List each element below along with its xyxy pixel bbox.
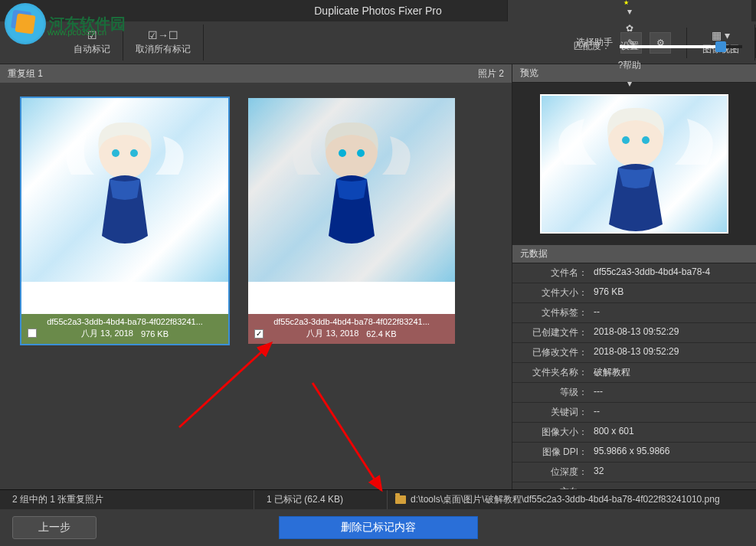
svg-point-5: [357, 149, 365, 157]
metadata-row: 图像 DPI：95.9866 x 95.9866: [512, 443, 756, 463]
dropdown-icon[interactable]: ▾: [627, 6, 632, 17]
unmark-all-button[interactable]: ☑→☐ 取消所有标记: [123, 25, 204, 60]
metadata-label: 元数据: [520, 247, 548, 260]
photo-checkbox[interactable]: [28, 329, 37, 338]
match-slider[interactable]: [620, 45, 742, 48]
delete-marked-button[interactable]: 删除已标记内容: [279, 516, 478, 539]
metadata-key: 图像 DPI：: [520, 446, 594, 459]
metadata-value: 2018-08-13 09:52:29: [594, 326, 748, 339]
group-count: 照片 2: [478, 67, 504, 80]
metadata-header: 元数据: [512, 245, 756, 263]
preview-box: [512, 83, 756, 245]
photo-filename: df55c2a3-3ddb-4bd4-ba78-4f022f83241...: [26, 317, 224, 326]
metadata-value: 976 KB: [594, 286, 748, 299]
svg-point-7: [622, 136, 630, 144]
metadata-value: 32: [594, 466, 748, 479]
svg-point-8: [642, 136, 650, 144]
metadata-key: 文件标签：: [520, 306, 594, 319]
preview-label: 预览: [520, 67, 538, 80]
anime-figure: [283, 113, 421, 266]
metadata-key: 文件夹名称：: [520, 366, 594, 379]
watermark-text: 河东软件园: [49, 14, 126, 34]
metadata-row: 文件标签：--: [512, 303, 756, 323]
metadata-key: 图像大小：: [520, 426, 594, 439]
metadata-key: 文件名：: [520, 266, 594, 280]
group-title: 重复组 1: [8, 67, 43, 80]
metadata-value: df55c2a3-3ddb-4bd4-ba78-4: [594, 266, 748, 280]
slider-thumb[interactable]: [715, 41, 726, 52]
metadata-row: 已创建文件：2018-08-13 09:52:29: [512, 323, 756, 343]
status-group-summary: 2 组中的 1 张重复照片: [12, 493, 103, 506]
photo-filename: df55c2a3-3ddb-4bd4-ba78-4f022f83241...: [253, 317, 450, 326]
anime-figure: [56, 113, 194, 266]
metadata-value: 95.9866 x 95.9866: [594, 446, 748, 459]
photo-date: 八月 13, 2018: [81, 328, 133, 339]
gear-icon[interactable]: ✿: [626, 23, 633, 34]
metadata-value: --: [594, 306, 748, 319]
group-header: 重复组 1 照片 2: [0, 64, 512, 83]
status-path: d:\tools\桌面\图片\破解教程\df55c2a3-3ddb-4bd4-b…: [411, 493, 720, 506]
svg-point-4: [339, 149, 346, 157]
status-marked-summary: 1 已标记 (62.4 KB): [267, 493, 343, 506]
photo-size: 976 KB: [141, 329, 169, 338]
metadata-key: 已创建文件：: [520, 326, 594, 339]
metadata-key: 已修改文件：: [520, 346, 594, 359]
auto-mark-label: 自动标记: [74, 43, 110, 56]
metadata-value: 2018-08-13 09:52:29: [594, 346, 748, 359]
unmark-all-label: 取消所有标记: [136, 43, 191, 56]
match-level-label: 匹配度：: [574, 40, 610, 53]
metadata-value: --: [594, 406, 748, 419]
metadata-row: 文件大小：976 KB: [512, 283, 756, 303]
photo-checkbox[interactable]: [254, 329, 263, 338]
metadata-row: 方向：--: [512, 482, 756, 489]
metadata-key: 位深度：: [520, 466, 594, 479]
metadata-key: 关键词：: [520, 406, 594, 419]
metadata-row: 等级：---: [512, 383, 756, 403]
metadata-key: 等级：: [520, 386, 594, 399]
metadata-key: 文件大小：: [520, 286, 594, 299]
photo-size: 62.4 KB: [366, 329, 396, 338]
logo-icon: [5, 3, 46, 44]
metadata-row: 关键词：--: [512, 403, 756, 423]
metadata-row: 已修改文件：2018-08-13 09:52:29: [512, 343, 756, 363]
preview-image: [540, 94, 728, 234]
metadata-row: 文件夹名称：破解教程: [512, 363, 756, 383]
metadata-value: 800 x 601: [594, 426, 748, 439]
photo-date: 八月 13, 2018: [306, 328, 358, 339]
metadata-value: ---: [594, 386, 748, 399]
photo-card[interactable]: df55c2a3-3ddb-4bd4-ba78-4f022f83241... 八…: [248, 98, 455, 344]
photo-thumbnail[interactable]: [248, 98, 455, 282]
help-link[interactable]: ?帮助: [618, 59, 642, 72]
photo-thumbnail[interactable]: [21, 98, 228, 282]
photo-card[interactable]: df55c2a3-3ddb-4bd4-ba78-4f022f83241... 八…: [21, 98, 228, 344]
help-dropdown-icon[interactable]: ▾: [627, 78, 632, 89]
svg-point-2: [130, 149, 138, 157]
checkbox-arrow-icon: ☑→☐: [148, 29, 178, 41]
metadata-value: --: [594, 486, 748, 489]
delete-button-label: 删除已标记内容: [341, 521, 416, 535]
metadata-list: 文件名：df55c2a3-3ddb-4bd4-ba78-4文件大小：976 KB…: [512, 263, 756, 489]
svg-point-1: [112, 149, 119, 157]
metadata-row: 文件名：df55c2a3-3ddb-4bd4-ba78-4: [512, 263, 756, 283]
watermark-logo: 河东软件园: [5, 3, 126, 44]
metadata-row: 位深度：32: [512, 463, 756, 482]
prev-button[interactable]: 上一步: [12, 516, 97, 539]
photo-grid: df55c2a3-3ddb-4bd4-ba78-4f022f83241... 八…: [0, 83, 512, 489]
app-title: Duplicate Photos Fixer Pro: [314, 5, 442, 17]
metadata-value: 破解教程: [594, 366, 748, 379]
prev-button-label: 上一步: [38, 521, 70, 535]
anime-figure: [542, 96, 728, 234]
metadata-key: 方向：: [520, 486, 594, 489]
folder-icon: [395, 495, 406, 504]
metadata-row: 图像大小：800 x 601: [512, 423, 756, 443]
